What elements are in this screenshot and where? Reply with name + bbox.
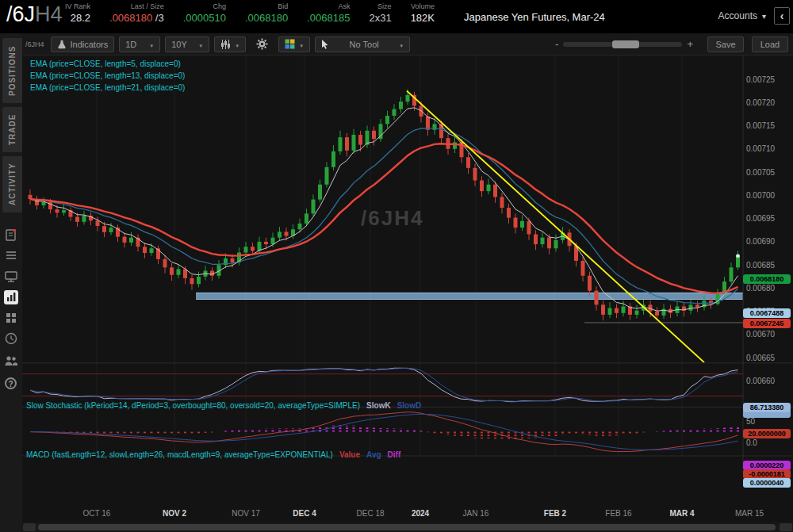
clock-icon[interactable] bbox=[4, 331, 18, 346]
legend-avg: Avg bbox=[366, 450, 381, 459]
chart-icon[interactable] bbox=[4, 290, 18, 304]
accounts-dropdown[interactable]: Accounts bbox=[718, 10, 766, 21]
scrollbar-thumb[interactable] bbox=[38, 524, 776, 530]
list-icon[interactable] bbox=[4, 249, 18, 263]
x-axis-label: DEC 4 bbox=[293, 509, 316, 518]
zoom-in-button[interactable]: + bbox=[687, 38, 693, 50]
header-metric: Chg.0000510 bbox=[183, 2, 226, 24]
axis-price-bubble: 0.0068180 bbox=[743, 274, 791, 284]
sidebar-tab-positions[interactable]: POSITIONS bbox=[2, 38, 22, 103]
x-axis-label: NOV 2 bbox=[163, 509, 186, 518]
price-axis-label: 0.00690 bbox=[746, 237, 775, 246]
price-axis-label: 0.00680 bbox=[746, 284, 775, 293]
scrollbar-right-cap[interactable] bbox=[780, 523, 792, 531]
stochastic-study-label: Slow Stochastic (kPeriod=14, dPeriod=3, … bbox=[26, 401, 421, 410]
header-metric: IV Rank28.2 bbox=[65, 2, 90, 24]
horizontal-scrollbar[interactable] bbox=[22, 522, 793, 532]
x-axis-label: MAR 4 bbox=[669, 509, 694, 518]
save-button[interactable]: Save bbox=[707, 36, 744, 52]
aggregation-dropdown[interactable]: 1D bbox=[119, 36, 160, 52]
metric-label: Ask bbox=[338, 2, 350, 10]
header-metric: Size2x31 bbox=[369, 2, 391, 24]
chart-watermark: /6JH4 bbox=[361, 206, 423, 231]
metric-value: .0000510 bbox=[183, 12, 226, 24]
metric-value: .0068185 bbox=[307, 12, 350, 24]
indicators-button[interactable]: Indicators bbox=[51, 36, 115, 52]
macd-label-text: MACD (fastLength=12, slowLength=26, macd… bbox=[26, 450, 333, 459]
price-axis-label: 0.00705 bbox=[746, 168, 775, 177]
price-axis-label: 0.00710 bbox=[746, 144, 775, 153]
candlestick-type-icon bbox=[220, 40, 231, 49]
people-icon[interactable] bbox=[4, 354, 18, 368]
stoch-axis-label: 50 bbox=[746, 417, 755, 426]
stoch-axis-label: 0.0 bbox=[746, 438, 757, 447]
metric-label: Bid bbox=[278, 2, 288, 10]
price-axis-label: 0.00715 bbox=[746, 121, 775, 130]
x-axis-label: JAN 16 bbox=[463, 509, 489, 518]
macd-study-label: MACD (fastLength=12, slowLength=26, macd… bbox=[26, 450, 400, 459]
aggregation-value: 1D bbox=[125, 40, 136, 49]
symbol-title: /6JH4 bbox=[6, 2, 63, 27]
load-button[interactable]: Load bbox=[752, 36, 788, 52]
x-axis-label: DEC 18 bbox=[356, 509, 384, 518]
zoom-out-button[interactable]: - bbox=[555, 38, 558, 50]
stochastic-label-text: Slow Stochastic (kPeriod=14, dPeriod=3, … bbox=[26, 401, 360, 410]
range-value: 10Y bbox=[171, 40, 187, 49]
price-axis-label: 0.00725 bbox=[746, 75, 775, 84]
price-axis-label: 0.00660 bbox=[746, 377, 775, 385]
journal-icon[interactable] bbox=[4, 228, 18, 243]
sidebar-tab-activity[interactable]: ACTIVITY bbox=[2, 156, 22, 212]
grid-layout-dropdown[interactable] bbox=[278, 36, 310, 52]
metric-value: .0068180 /3 bbox=[109, 12, 164, 24]
gear-icon bbox=[256, 38, 268, 50]
axis-price-bubble: 0.0067488 bbox=[743, 308, 791, 318]
left-sidebar: POSITIONSTRADEACTIVITY bbox=[0, 33, 22, 532]
axis-price-bubble: 0.0000040 bbox=[743, 478, 791, 488]
scrollbar-left-cap[interactable] bbox=[23, 523, 36, 531]
settings-button[interactable] bbox=[251, 36, 274, 52]
header-metric: Bid.0068180 bbox=[245, 2, 288, 24]
zoom-slider[interactable] bbox=[563, 42, 682, 47]
chevron-down-icon bbox=[399, 40, 404, 49]
price-axis-label: 0.00720 bbox=[746, 98, 775, 107]
ema13-study-label: EMA (price=CLOSE, length=13, displace=0) bbox=[30, 71, 185, 80]
metric-value: 182K bbox=[411, 12, 435, 24]
legend-slowk: SlowK bbox=[366, 401, 391, 410]
instrument-description: Japanese Yen Futures, Mar-24 bbox=[464, 11, 605, 23]
legend-value: Value bbox=[339, 450, 360, 459]
axis-price-bubble: 86.713380 bbox=[743, 403, 791, 412]
sidebar-tab-trade[interactable]: TRADE bbox=[2, 107, 22, 152]
axis-price-bubble: 0.0067245 bbox=[743, 319, 791, 328]
chart-toolbar: /6JH4 Indicators 1D 10Y bbox=[22, 33, 793, 55]
price-axis-label: 0.00670 bbox=[746, 330, 775, 339]
symbol-root: /6J bbox=[6, 2, 35, 26]
price-axis-label: 0.00685 bbox=[746, 261, 775, 270]
top-header: /6JH4 IV Rank28.2Last / Size.0068180 /3C… bbox=[0, 0, 793, 33]
monitor-icon[interactable] bbox=[4, 270, 18, 284]
tool-label: No Tool bbox=[350, 40, 379, 49]
flask-icon bbox=[57, 40, 67, 49]
metric-label: Last / Size bbox=[131, 2, 164, 10]
metric-label: Volume bbox=[411, 2, 435, 10]
legend-diff: Diff bbox=[388, 450, 401, 459]
ema21-study-label: EMA (price=CLOSE, length=21, displace=0) bbox=[30, 83, 185, 92]
x-axis-label: NOV 17 bbox=[232, 509, 260, 518]
x-axis-label: FEB 2 bbox=[544, 509, 566, 518]
price-axis-label: 0.00695 bbox=[746, 214, 775, 223]
range-dropdown[interactable]: 10Y bbox=[165, 36, 209, 52]
chart-type-dropdown[interactable] bbox=[214, 36, 246, 52]
metric-label: IV Rank bbox=[65, 2, 90, 10]
grid-icon[interactable] bbox=[4, 311, 18, 325]
axis-price-bubble: 20.0000000 bbox=[743, 429, 791, 438]
chevron-down-icon bbox=[299, 40, 304, 49]
indicators-label: Indicators bbox=[71, 40, 109, 49]
header-metric: Ask.0068185 bbox=[307, 2, 350, 24]
zoom-slider-handle[interactable] bbox=[612, 40, 639, 48]
metric-value: 28.2 bbox=[71, 12, 90, 24]
metric-label: Size bbox=[377, 2, 392, 10]
chevron-down-icon bbox=[149, 40, 154, 49]
help-icon[interactable] bbox=[5, 377, 17, 389]
collapse-panel-button[interactable] bbox=[774, 7, 790, 25]
metric-value: 2x31 bbox=[369, 12, 391, 24]
drawing-tool-dropdown[interactable]: No Tool bbox=[315, 36, 410, 52]
